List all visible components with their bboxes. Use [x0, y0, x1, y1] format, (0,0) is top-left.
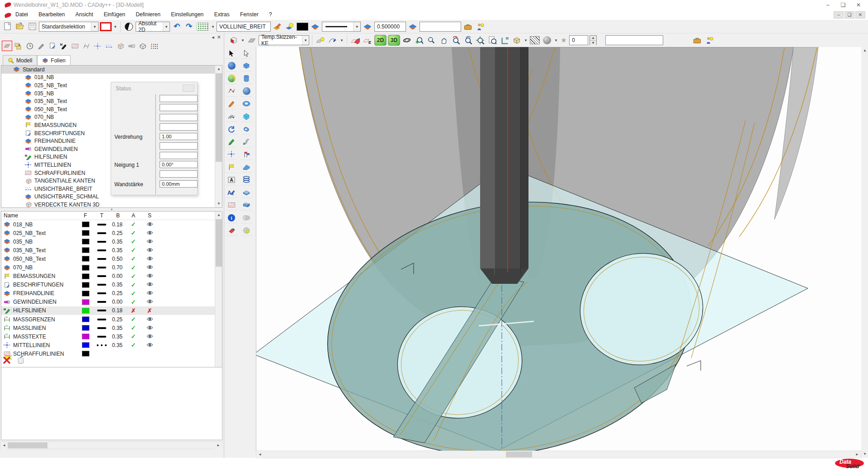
chevron-down-icon[interactable]: ▾	[353, 22, 360, 31]
grid-dots-icon[interactable]	[149, 41, 159, 51]
table-row[interactable]: FREIHANDLINIE0.25✓	[1, 289, 222, 298]
chevron-down-icon[interactable]: ▾	[113, 24, 118, 29]
text-edit-icon[interactable]: Ab	[226, 187, 237, 198]
mirror-icon[interactable]	[81, 41, 91, 51]
plane-bulb-icon[interactable]	[315, 35, 326, 46]
visibility-eye-icon[interactable]	[146, 343, 153, 347]
linestyle-combo[interactable]: ▾	[322, 22, 361, 32]
status-field-2[interactable]	[160, 104, 198, 111]
chevron-down-icon[interactable]: ▾	[211, 24, 215, 29]
tree-item[interactable]: VERDECKTE KANTEN 3D	[1, 201, 222, 208]
status-field-1[interactable]	[160, 95, 198, 102]
table-row[interactable]: MASSLINIEN0.35✓	[1, 324, 222, 332]
tree-item[interactable]: 018_NB	[1, 74, 222, 82]
scroll-left-icon[interactable]: ◄	[0, 442, 8, 449]
view-2d-button[interactable]: 2D	[374, 35, 387, 46]
text-box-icon[interactable]: A	[226, 174, 237, 185]
tree-scrollbar[interactable]: ▲ ▼	[215, 66, 222, 207]
select-white-arrow-icon[interactable]	[241, 48, 252, 59]
centerline-icon[interactable]	[92, 41, 103, 51]
dimension-flag-icon[interactable]	[226, 162, 237, 173]
view-3d-button[interactable]: 3D	[388, 35, 400, 46]
status-field-7[interactable]	[160, 152, 198, 159]
boolean-subtract-icon[interactable]	[241, 225, 252, 236]
tools-icon[interactable]	[226, 111, 237, 122]
wandstaerke-field[interactable]: 0.00mm	[160, 180, 198, 188]
restore-button[interactable]: ❏	[835, 0, 851, 9]
visibility-eye-icon[interactable]	[146, 222, 153, 226]
measure-icon[interactable]	[499, 35, 510, 46]
status-field-9[interactable]	[160, 170, 198, 178]
visibility-eye-icon[interactable]	[146, 334, 153, 338]
table-row[interactable]: MASSGRENZEN0.25✓	[1, 315, 222, 324]
current-color-swatch[interactable]	[297, 23, 308, 31]
table-scroll-thumb[interactable]	[216, 219, 222, 267]
panel-close-button[interactable]: ✕	[217, 34, 221, 40]
panel-pin-button[interactable]: ◂	[212, 34, 214, 40]
select-arrow-icon[interactable]	[226, 48, 237, 59]
clear-list-icon[interactable]	[16, 355, 25, 366]
primitive-block-icon[interactable]	[241, 200, 252, 211]
mdi-restore-button[interactable]: ❏	[844, 11, 854, 19]
depth-input[interactable]: 0	[569, 35, 588, 45]
zoom-icon[interactable]	[426, 35, 437, 46]
tree-scroll-thumb[interactable]	[216, 73, 222, 162]
menu-ansicht[interactable]: Ansicht	[71, 10, 98, 19]
table-row[interactable]: 070_NB0.70✓	[1, 263, 222, 272]
sphere-select-icon[interactable]	[226, 73, 237, 84]
info-icon[interactable]: i	[226, 212, 237, 223]
3d-viewport[interactable]	[256, 47, 861, 451]
coordinate-mode-combo[interactable]: Absolut 2D ▾	[136, 22, 170, 32]
pencil-icon[interactable]	[36, 41, 46, 51]
depth-stepper[interactable]: ▲▼	[590, 35, 597, 45]
rotate-left-icon[interactable]	[450, 35, 461, 46]
bold-pencil-icon[interactable]: H	[58, 41, 69, 51]
boolean-union-icon[interactable]	[241, 212, 252, 223]
solid-wire-icon[interactable]	[137, 41, 148, 51]
primitive-slot-icon[interactable]	[241, 124, 252, 135]
flags-icon[interactable]	[241, 149, 252, 160]
status-field-3[interactable]	[160, 114, 198, 121]
cube-wire-icon[interactable]	[115, 41, 125, 51]
parameter-input[interactable]	[605, 35, 663, 45]
zoom-select-icon[interactable]	[414, 35, 425, 46]
zoom-page-icon[interactable]	[487, 35, 498, 46]
primitive-prism-icon[interactable]	[241, 111, 252, 122]
visibility-eye-icon[interactable]	[146, 248, 153, 252]
mdi-minimize-button[interactable]: –	[834, 11, 844, 19]
visibility-eye-icon[interactable]	[146, 239, 153, 244]
folder-transfer-icon[interactable]	[13, 41, 24, 51]
dialog-button[interactable]	[183, 85, 194, 92]
visibility-eye-icon[interactable]	[146, 265, 153, 269]
render-sphere-icon[interactable]	[542, 35, 552, 46]
menu-einfuegen[interactable]: Einfügen	[99, 10, 129, 19]
tab-modell[interactable]: Modell	[3, 55, 37, 65]
solid-cube-icon[interactable]	[228, 35, 239, 46]
assistant-icon[interactable]	[475, 21, 486, 32]
table-row[interactable]: 035_NB_Text0.35✓	[1, 246, 222, 254]
undo-icon[interactable]: ↶	[171, 21, 182, 32]
panel-hscrollbar[interactable]: ◄ ►	[0, 442, 222, 449]
point-cross-icon[interactable]	[226, 149, 237, 160]
menu-bearbeiten[interactable]: Bearbeiten	[34, 10, 69, 19]
scroll-up-icon[interactable]: ▲	[215, 212, 222, 219]
box3d-icon[interactable]	[511, 35, 522, 46]
rotate-right-icon[interactable]	[462, 35, 473, 46]
scroll-down-icon[interactable]: ▼	[861, 451, 868, 458]
save-icon[interactable]	[27, 21, 38, 32]
plane-eraser-icon[interactable]	[350, 35, 361, 46]
table-row[interactable]: 035_NB0.35✓	[1, 237, 222, 246]
table-row[interactable]: MASSTEXTE0.35✓	[1, 332, 222, 341]
sweep-icon[interactable]	[241, 136, 252, 147]
pen-layers-icon[interactable]	[272, 21, 283, 32]
chevron-down-icon[interactable]: ▾	[524, 38, 528, 42]
primitive-sphere-icon[interactable]	[241, 86, 252, 97]
table-row[interactable]: 025_NB_Text0.25✓	[1, 229, 222, 237]
verdrehung-field[interactable]: 1.00	[160, 133, 198, 140]
visibility-eye-icon[interactable]	[146, 299, 153, 304]
hatch-lines-icon[interactable]	[70, 41, 80, 51]
table-row[interactable]: BEMASSUNGEN0.00✓	[1, 272, 222, 281]
table-row[interactable]: 050_NB_Text0.50✓	[1, 254, 222, 263]
absolute-mode-icon[interactable]	[123, 21, 134, 32]
primitive-cylinder-icon[interactable]	[241, 73, 252, 84]
